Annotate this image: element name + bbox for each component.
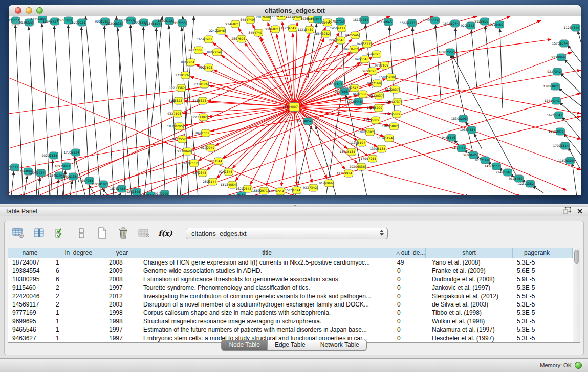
node-label: 15270021: [70, 20, 85, 24]
delete-table-icon: [138, 228, 150, 239]
table-row[interactable]: 969969511998Structural magnetic resonanc…: [8, 317, 573, 325]
close-window-button[interactable]: [15, 7, 21, 14]
node-label: 9777169: [375, 63, 388, 67]
node-label: 17957255: [77, 179, 93, 182]
node-label: 18300295: [167, 124, 183, 128]
node-label: 16958107: [306, 17, 321, 21]
node-label: 9465546: [355, 57, 368, 61]
node-label: 11156889: [363, 118, 379, 122]
node-label: 8322037: [385, 87, 399, 91]
node-label: 15751074: [285, 188, 300, 192]
scrollbar-thumb[interactable]: [574, 250, 579, 264]
node-label: 15885209: [379, 75, 395, 79]
column-header-short[interactable]: short: [426, 248, 513, 258]
resize-grip-icon[interactable]: [9, 16, 21, 27]
node-label: 12213382: [191, 115, 207, 119]
table-row[interactable]: 1456911722003Disruption of a novel membe…: [8, 300, 573, 309]
node-label: 17359924: [63, 150, 79, 154]
column-header-name[interactable]: name: [8, 248, 52, 258]
table-row[interactable]: 977716911998Corpus callosum shape and si…: [8, 309, 573, 317]
node-label: 12215439: [297, 28, 313, 31]
node-label: 16210643: [376, 20, 392, 24]
table-row[interactable]: 1830029562008Estimation of significance …: [8, 275, 573, 283]
network-window: citations_edges.txt 27181261221338281863…: [9, 5, 581, 195]
network-graph[interactable]: 2718126122133828186328932750818300295842…: [9, 16, 581, 195]
show-columns-button[interactable]: [33, 227, 46, 240]
table-scrollbar[interactable]: [573, 248, 580, 342]
node-label: 15134054: [220, 183, 236, 186]
node-label: 9463627: [357, 42, 371, 46]
node-label: 9129966: [474, 19, 488, 23]
node-label: 16107552: [438, 50, 454, 54]
tab-network-table[interactable]: Network Table: [313, 340, 366, 350]
window-titlebar[interactable]: citations_edges.txt: [9, 5, 581, 16]
table-mode-button[interactable]: [75, 227, 88, 240]
column-header-title[interactable]: title: [139, 248, 395, 258]
node-label: 17359924: [336, 171, 352, 175]
table-row[interactable]: 911546021997Tourette syndrome. Phenomeno…: [8, 283, 573, 292]
column-header-pagerank[interactable]: pagerank: [513, 248, 561, 258]
node-label: 16543982: [314, 32, 330, 35]
node-label: 9697568: [353, 92, 366, 96]
node-label: 9139333: [19, 20, 33, 24]
column-header-out_de[interactable]: △out_de...: [395, 248, 426, 258]
table-row[interactable]: 946554611997Estimation of the future num…: [8, 325, 573, 334]
node-label: 10975887: [382, 124, 398, 128]
tab-node-table[interactable]: Node Table: [222, 340, 268, 350]
node-label: 12215439: [285, 16, 301, 18]
node-label: 16543982: [197, 37, 212, 41]
select-rows-button[interactable]: [54, 227, 67, 240]
node-label: 12942737: [29, 171, 45, 174]
node-label: 17016514: [268, 189, 284, 193]
table-tabs: Node TableEdge TableNetwork Table: [5, 340, 583, 351]
node-label: 22420046: [495, 170, 511, 174]
network-canvas[interactable]: 2718126122133828186328932750818300295842…: [9, 16, 581, 195]
table-panel-header: Table Panel ✕: [0, 207, 588, 216]
float-panel-icon[interactable]: [563, 207, 572, 217]
node-label: 8912954: [181, 60, 194, 64]
node-label: 9465546: [345, 33, 359, 37]
new-document-button[interactable]: [96, 227, 109, 240]
table-row[interactable]: 2242004622012Investigating the contribut…: [8, 292, 573, 300]
node-label: 8427552: [195, 131, 209, 135]
node-label: 16782753: [328, 19, 344, 23]
table-row[interactable]: 1872400712008Changes of HCN gene express…: [8, 258, 573, 267]
node-label: 9465546: [442, 136, 455, 139]
node-label: 17016514: [553, 144, 569, 147]
table-settings-button[interactable]: [12, 227, 25, 240]
node-label: 9115460: [489, 23, 503, 26]
node-label: 2803144: [208, 159, 222, 163]
node-label: 22420046: [209, 29, 225, 32]
show-columns-icon: [34, 228, 45, 239]
node-label: 9327508: [167, 112, 181, 115]
node-label: 9146821: [225, 22, 239, 26]
tab-edge-table[interactable]: Edge Table: [268, 340, 313, 350]
column-header-year[interactable]: year: [105, 248, 139, 258]
node-label: 17016514: [423, 18, 439, 22]
node-label: 22420046: [329, 38, 344, 42]
node-label: 15751074: [552, 41, 568, 45]
node-label: 9227342: [547, 70, 561, 73]
delete-rows-button[interactable]: [117, 227, 130, 240]
minimize-window-button[interactable]: [26, 7, 32, 14]
close-panel-icon[interactable]: ✕: [577, 207, 583, 216]
window-controls: [15, 7, 43, 14]
delete-table-button[interactable]: [138, 227, 151, 240]
node-label: 9242845: [192, 171, 206, 174]
zoom-window-button[interactable]: [36, 7, 43, 14]
node-table: namein_degreeyeartitle△out_de...shortpag…: [8, 248, 580, 343]
table-header-row: namein_degreeyeartitle△out_de...shortpag…: [8, 248, 573, 258]
column-header-in_degree[interactable]: in_degree: [52, 248, 105, 258]
table-source-select[interactable]: citations_edges.txt: [186, 228, 388, 239]
node-label: 2867608: [256, 16, 270, 19]
table-panel-title: Table Panel: [5, 208, 37, 215]
node-label: 15692971: [252, 189, 268, 192]
function-builder-button[interactable]: f(x): [159, 227, 172, 240]
node-label: 20206535: [106, 21, 122, 25]
table-row[interactable]: 1938455462009Genome-wide association stu…: [8, 267, 573, 275]
node-label: 15692971: [548, 129, 564, 133]
node-label: 11254549: [563, 26, 579, 29]
node-label: 9242845: [126, 190, 140, 193]
node-label: 9227342: [461, 24, 474, 27]
node-label: 10975887: [54, 164, 70, 168]
